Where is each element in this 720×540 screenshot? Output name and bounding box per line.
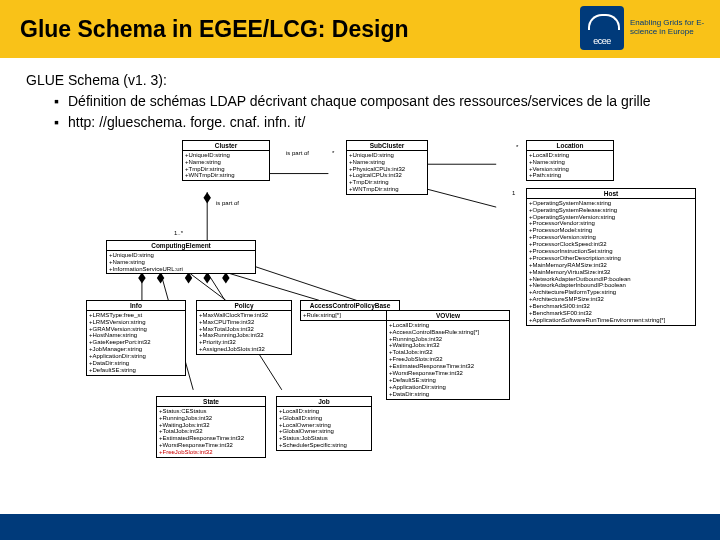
- assoc-label: is part of: [216, 200, 239, 206]
- uml-state: State +Status:CEStatus+RunningJobs:int32…: [156, 396, 266, 458]
- assoc-mult: *: [516, 144, 518, 150]
- egee-logo: Enabling Grids for E-science in Europe: [580, 6, 710, 50]
- svg-line-12: [226, 272, 319, 300]
- uml-diagram: is part of is part of 1..* * * 1 Cluster…: [86, 140, 664, 470]
- uml-title: Host: [527, 189, 695, 199]
- uml-job: Job +LocalID:string+GlobalID:string+Loca…: [276, 396, 372, 451]
- uml-title: Policy: [197, 301, 291, 311]
- uml-attrs: +LocalID:string+GlobalID:string+LocalOwn…: [277, 407, 371, 450]
- uml-attrs: +Status:CEStatus+RunningJobs:int32+Waiti…: [157, 407, 265, 457]
- uml-acb: AccessControlPolicyBase +Rule:string[*]: [300, 300, 400, 321]
- intro-line: GLUE Schema (v1. 3):: [26, 72, 694, 88]
- egee-tagline: Enabling Grids for E-science in Europe: [630, 19, 710, 37]
- uml-policy: Policy +MaxWallClockTime:int32+MaxCPUTim…: [196, 300, 292, 355]
- uml-title: Job: [277, 397, 371, 407]
- bullet-item: http: //glueschema. forge. cnaf. infn. i…: [54, 113, 694, 132]
- content-area: GLUE Schema (v1. 3): Définition de schém…: [0, 58, 720, 470]
- uml-attrs: +LocalID:string+Name:string+Version:stri…: [527, 151, 613, 181]
- uml-voview: VOView +LocalID:string+AccessControlBase…: [386, 310, 510, 400]
- uml-info: Info +LRMSType:free_st+LRMSVersion:strin…: [86, 300, 186, 376]
- uml-attrs: +UniqueID:string+Name:string+PhysicalCPU…: [347, 151, 427, 194]
- uml-cluster: Cluster +UniqueID:string+Name:string+Tmp…: [182, 140, 270, 182]
- uml-host: Host +OperatingSystemName:string+Operati…: [526, 188, 696, 326]
- uml-attrs: +Rule:string[*]: [301, 311, 399, 320]
- uml-computing-element: ComputingElement +UniqueID:string+Name:s…: [106, 240, 256, 275]
- uml-attrs: +MaxWallClockTime:int32+MaxCPUTime:int32…: [197, 311, 291, 354]
- svg-marker-1: [203, 192, 210, 203]
- assoc-mult: 1..*: [174, 230, 183, 236]
- uml-title: ComputingElement: [107, 241, 255, 251]
- uml-title: SubCluster: [347, 141, 427, 151]
- assoc-mult: *: [332, 150, 334, 156]
- assoc-label: is part of: [286, 150, 309, 156]
- bullet-item: Définition de schémas LDAP décrivant cha…: [54, 92, 694, 111]
- uml-subcluster: SubCluster +UniqueID:string+Name:string+…: [346, 140, 428, 195]
- bullet-list: Définition de schémas LDAP décrivant cha…: [26, 92, 694, 132]
- uml-title: VOView: [387, 311, 509, 321]
- footer-bar: [0, 514, 720, 540]
- uml-title: Cluster: [183, 141, 269, 151]
- uml-attrs: +UniqueID:string+Name:string+TmpDir:stri…: [183, 151, 269, 181]
- slide-title: Glue Schema in EGEE/LCG: Design: [20, 16, 409, 43]
- uml-title: Location: [527, 141, 613, 151]
- uml-location: Location +LocalID:string+Name:string+Ver…: [526, 140, 614, 182]
- uml-attrs: +LRMSType:free_st+LRMSVersion:string+GRA…: [87, 311, 185, 375]
- uml-title: AccessControlPolicyBase: [301, 301, 399, 311]
- uml-attrs: +OperatingSystemName:string+OperatingSys…: [527, 199, 695, 325]
- assoc-mult: 1: [512, 190, 515, 196]
- svg-line-10: [189, 272, 226, 300]
- uml-attrs: +UniqueID:string+Name:string+Information…: [107, 251, 255, 274]
- uml-title: Info: [87, 301, 185, 311]
- egee-logo-mark: [580, 6, 624, 50]
- uml-attrs: +LocalID:string+AccessControlBaseRule:st…: [387, 321, 509, 399]
- uml-title: State: [157, 397, 265, 407]
